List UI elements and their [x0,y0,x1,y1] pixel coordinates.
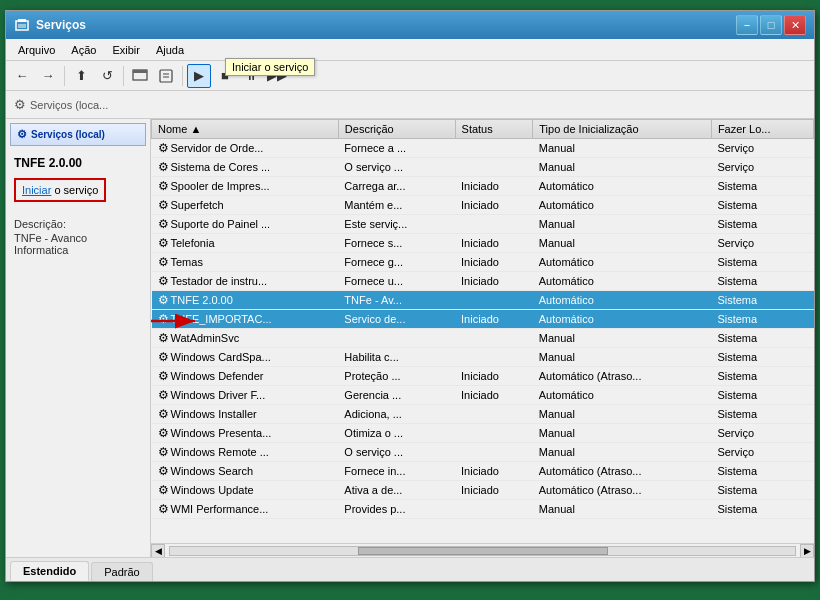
cell-tipo: Manual [533,348,712,367]
horizontal-scrollbar[interactable]: ◀ ▶ [151,543,814,557]
menu-acao[interactable]: Ação [63,42,104,58]
table-row[interactable]: ⚙Windows Update Ativa a de... Iniciado A… [152,481,814,500]
cell-nome: ⚙Telefonia [152,234,339,253]
cell-status: Iniciado [455,272,533,291]
cell-fazer: Sistema [711,367,813,386]
cell-fazer: Sistema [711,348,813,367]
cell-status: Iniciado [455,367,533,386]
cell-desc: Otimiza o ... [338,424,455,443]
scroll-left-button[interactable]: ◀ [151,544,165,558]
hscroll-track[interactable] [169,546,796,556]
cell-desc: Mantém e... [338,196,455,215]
table-row[interactable]: ⚙Superfetch Mantém e... Iniciado Automát… [152,196,814,215]
refresh-button[interactable]: ↺ [95,64,119,88]
cell-fazer: Serviço [711,443,813,462]
cell-desc: Provides p... [338,500,455,519]
address-bar: ⚙ Serviços (loca... Iniciar o serviço [6,91,814,119]
bottom-tabs: Estendido Padrão [6,557,814,581]
table-row[interactable]: ⚙Testador de instru... Fornece u... Inic… [152,272,814,291]
table-row[interactable]: ⚙Windows Defender Proteção ... Iniciado … [152,367,814,386]
cell-nome: ⚙Superfetch [152,196,339,215]
table-row[interactable]: ⚙Windows Search Fornece in... Iniciado A… [152,462,814,481]
services-table-scroll[interactable]: Nome ▲ Descrição Status Tipo de Iniciali… [151,119,814,543]
cell-desc: Gerencia ... [338,386,455,405]
cell-status [455,329,533,348]
table-row[interactable]: ⚙Telefonia Fornece s... Iniciado Manual … [152,234,814,253]
cell-nome: ⚙Windows Presenta... [152,424,339,443]
cell-status [455,443,533,462]
table-row[interactable]: ⚙WMI Performance... Provides p... Manual… [152,500,814,519]
row-icon: ⚙ [158,293,169,307]
cell-nome: ⚙Servidor de Orde... [152,139,339,158]
col-tipo[interactable]: Tipo de Inicialização [533,120,712,139]
start-service-button[interactable]: ▶ [187,64,211,88]
table-row[interactable]: ⚙Servidor de Orde... Fornece a ... Manua… [152,139,814,158]
cell-tipo: Manual [533,139,712,158]
cell-status: Iniciado [455,310,533,329]
cell-fazer: Sistema [711,291,813,310]
cell-status [455,158,533,177]
cell-tipo: Automático [533,177,712,196]
table-row[interactable]: ⚙Windows Driver F... Gerencia ... Inicia… [152,386,814,405]
col-nome[interactable]: Nome ▲ [152,120,339,139]
maximize-button[interactable]: □ [760,15,782,35]
table-row[interactable]: ⚙Windows Presenta... Otimiza o ... Manua… [152,424,814,443]
cell-desc: Fornece u... [338,272,455,291]
descricao-section: Descrição: TNFe - Avanco Informatica [14,218,142,256]
up-button[interactable]: ⬆ [69,64,93,88]
cell-nome: ⚙WatAdminSvc [152,329,339,348]
cell-desc: Carrega ar... [338,177,455,196]
cell-desc: Habilita c... [338,348,455,367]
back-button[interactable]: ← [10,64,34,88]
cell-fazer: Sistema [711,177,813,196]
cell-nome: ⚙Suporte do Painel ... [152,215,339,234]
cell-tipo: Automático [533,310,712,329]
table-row[interactable]: ⚙TNFE 2.0.00 TNFe - Av... Automático Sis… [152,291,814,310]
row-icon: ⚙ [158,331,169,345]
table-row[interactable]: ⚙Windows Installer Adiciona, ... Manual … [152,405,814,424]
cell-nome: ⚙Windows CardSpa... [152,348,339,367]
hscroll-thumb[interactable] [358,547,608,555]
table-row[interactable]: ⚙Spooler de Impres... Carrega ar... Inic… [152,177,814,196]
table-row[interactable]: ⚙Windows Remote ... O serviço ... Manual… [152,443,814,462]
table-row[interactable]: ⚙Temas Fornece g... Iniciado Automático … [152,253,814,272]
cell-tipo: Automático [533,272,712,291]
iniciar-link[interactable]: Iniciar [22,184,51,196]
menu-bar: Arquivo Ação Exibir Ajuda [6,39,814,61]
sidebar-gear-icon: ⚙ [17,128,27,141]
close-button[interactable]: ✕ [784,15,806,35]
cell-nome: ⚙Windows Search [152,462,339,481]
show-console-button[interactable] [128,64,152,88]
svg-rect-5 [133,70,147,73]
table-row[interactable]: ⚙WatAdminSvc Manual Sistema [152,329,814,348]
menu-ajuda[interactable]: Ajuda [148,42,192,58]
col-descricao[interactable]: Descrição [338,120,455,139]
row-icon: ⚙ [158,255,169,269]
cell-nome: ⚙Windows Installer [152,405,339,424]
col-fazer[interactable]: Fazer Lo... [711,120,813,139]
forward-button[interactable]: → [36,64,60,88]
svg-rect-1 [18,19,26,22]
table-row[interactable]: ⚙Windows CardSpa... Habilita c... Manual… [152,348,814,367]
table-row[interactable]: ⚙TNFE_IMPORTAC... Servico de... Iniciado… [152,310,814,329]
cell-nome: ⚙Sistema de Cores ... [152,158,339,177]
properties-button[interactable] [154,64,178,88]
table-row[interactable]: ⚙Suporte do Painel ... Este serviç... Ma… [152,215,814,234]
cell-desc: O serviço ... [338,443,455,462]
address-icon: ⚙ [14,97,26,112]
menu-arquivo[interactable]: Arquivo [10,42,63,58]
menu-exibir[interactable]: Exibir [104,42,148,58]
toolbar: ← → ⬆ ↺ ▶ ■ ⏸ ▶▶ [6,61,814,91]
table-row[interactable]: ⚙Sistema de Cores ... O serviço ... Manu… [152,158,814,177]
col-status[interactable]: Status [455,120,533,139]
tab-estendido[interactable]: Estendido [10,561,89,581]
tab-padrao[interactable]: Padrão [91,562,152,581]
main-window: Serviços − □ ✕ Arquivo Ação Exibir Ajuda… [5,10,815,582]
scroll-right-button[interactable]: ▶ [800,544,814,558]
minimize-button[interactable]: − [736,15,758,35]
row-icon: ⚙ [158,502,169,516]
cell-fazer: Sistema [711,272,813,291]
cell-status [455,139,533,158]
cell-desc: Proteção ... [338,367,455,386]
row-icon: ⚙ [158,483,169,497]
